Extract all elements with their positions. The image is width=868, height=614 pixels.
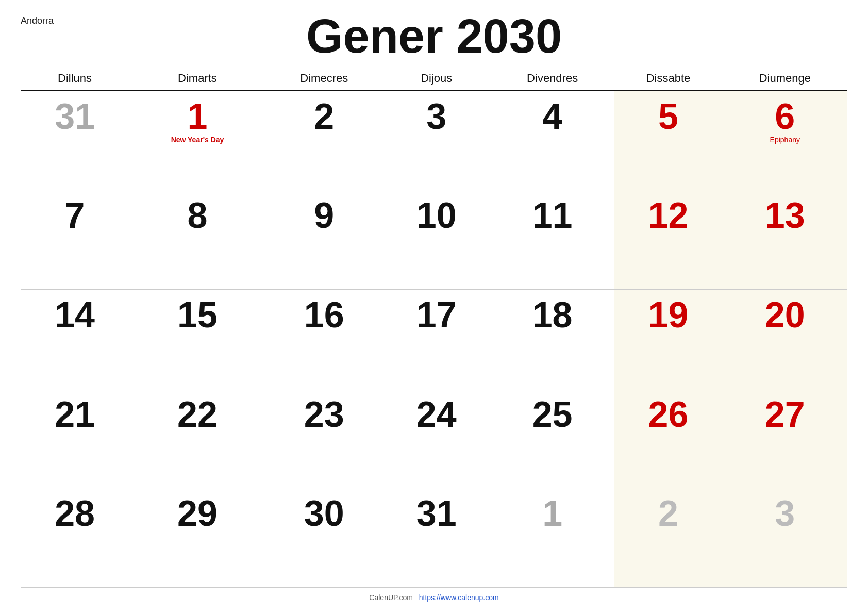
calendar-cell: 9 — [266, 190, 382, 290]
column-header: Dimarts — [129, 68, 266, 91]
calendar-cell: 8 — [129, 190, 266, 290]
day-number: 2 — [270, 98, 378, 135]
calendar-page: Andorra Gener 2030 DillunsDimartsDimecre… — [0, 0, 868, 614]
column-header: Dissabte — [614, 68, 722, 91]
day-number: 5 — [618, 98, 718, 135]
calendar-cell: 31 — [382, 488, 491, 588]
day-number: 10 — [387, 197, 487, 234]
day-number: 16 — [270, 297, 378, 333]
calendar-cell: 25 — [491, 389, 614, 488]
day-number: 31 — [387, 495, 487, 532]
day-number: 22 — [133, 396, 262, 433]
calendar-cell: 20 — [723, 290, 847, 389]
day-number: 1 — [133, 98, 262, 135]
calendar-header: Gener 2030 — [21, 10, 847, 62]
calendar-row: 78910111213 — [21, 190, 847, 290]
day-number: 2 — [618, 495, 718, 532]
day-number: 25 — [495, 396, 610, 433]
calendar-row: 28293031123 — [21, 488, 847, 588]
calendar-wrapper: DillunsDimartsDimecresDijousDivendresDis… — [21, 68, 847, 588]
day-number: 19 — [618, 297, 718, 333]
calendar-cell: 18 — [491, 290, 614, 389]
day-number: 11 — [495, 197, 610, 234]
calendar-row: 21222324252627 — [21, 389, 847, 488]
calendar-cell: 27 — [723, 389, 847, 488]
calendar-cell: 21 — [21, 389, 129, 488]
footer-site: CalenUP.com — [369, 593, 413, 602]
calendar-cell: 11 — [491, 190, 614, 290]
column-header: Divendres — [491, 68, 614, 91]
footer-url: https://www.calenup.com — [419, 593, 499, 602]
day-number: 6 — [727, 98, 843, 135]
day-number: 9 — [270, 197, 378, 234]
calendar-cell: 26 — [614, 389, 722, 488]
column-header: Dimecres — [266, 68, 382, 91]
calendar-footer: CalenUP.com https://www.calenup.com — [21, 588, 847, 604]
day-number: 20 — [727, 297, 843, 333]
calendar-cell: 17 — [382, 290, 491, 389]
day-number: 15 — [133, 297, 262, 333]
column-header: Dilluns — [21, 68, 129, 91]
day-number: 28 — [25, 495, 125, 532]
day-number: 8 — [133, 197, 262, 234]
day-number: 27 — [727, 396, 843, 433]
calendar-row: 14151617181920 — [21, 290, 847, 389]
day-number: 1 — [495, 495, 610, 532]
calendar-cell: 6Epiphany — [723, 91, 847, 190]
calendar-cell: 4 — [491, 91, 614, 190]
calendar-cell: 3 — [723, 488, 847, 588]
calendar-cell: 19 — [614, 290, 722, 389]
calendar-header-row: DillunsDimartsDimecresDijousDivendresDis… — [21, 68, 847, 91]
column-header: Dijous — [382, 68, 491, 91]
day-number: 26 — [618, 396, 718, 433]
calendar-row: 311New Year's Day23456Epiphany — [21, 91, 847, 190]
calendar-cell: 1New Year's Day — [129, 91, 266, 190]
day-number: 24 — [387, 396, 487, 433]
calendar-body: 311New Year's Day23456Epiphany7891011121… — [21, 91, 847, 587]
calendar-cell: 30 — [266, 488, 382, 588]
column-header: Diumenge — [723, 68, 847, 91]
day-number: 13 — [727, 197, 843, 234]
day-number: 30 — [270, 495, 378, 532]
day-number: 14 — [25, 297, 125, 333]
day-number: 31 — [25, 98, 125, 135]
day-number: 17 — [387, 297, 487, 333]
calendar-cell: 16 — [266, 290, 382, 389]
month-title: Gener 2030 — [21, 10, 847, 62]
calendar-cell: 24 — [382, 389, 491, 488]
calendar-cell: 29 — [129, 488, 266, 588]
calendar-cell: 10 — [382, 190, 491, 290]
calendar-cell: 7 — [21, 190, 129, 290]
calendar-cell: 31 — [21, 91, 129, 190]
day-number: 4 — [495, 98, 610, 135]
holiday-label: New Year's Day — [133, 136, 262, 144]
calendar-cell: 14 — [21, 290, 129, 389]
calendar-cell: 23 — [266, 389, 382, 488]
day-number: 3 — [727, 495, 843, 532]
calendar-cell: 12 — [614, 190, 722, 290]
day-number: 7 — [25, 197, 125, 234]
day-number: 23 — [270, 396, 378, 433]
calendar-table: DillunsDimartsDimecresDijousDivendresDis… — [21, 68, 847, 588]
calendar-cell: 22 — [129, 389, 266, 488]
country-label: Andorra — [21, 15, 54, 26]
day-number: 12 — [618, 197, 718, 234]
calendar-cell: 13 — [723, 190, 847, 290]
calendar-cell: 1 — [491, 488, 614, 588]
day-number: 29 — [133, 495, 262, 532]
calendar-cell: 2 — [266, 91, 382, 190]
holiday-label: Epiphany — [727, 136, 843, 144]
calendar-cell: 3 — [382, 91, 491, 190]
calendar-cell: 2 — [614, 488, 722, 588]
calendar-cell: 28 — [21, 488, 129, 588]
day-number: 18 — [495, 297, 610, 333]
calendar-cell: 15 — [129, 290, 266, 389]
day-number: 3 — [387, 98, 487, 135]
day-number: 21 — [25, 396, 125, 433]
calendar-cell: 5 — [614, 91, 722, 190]
